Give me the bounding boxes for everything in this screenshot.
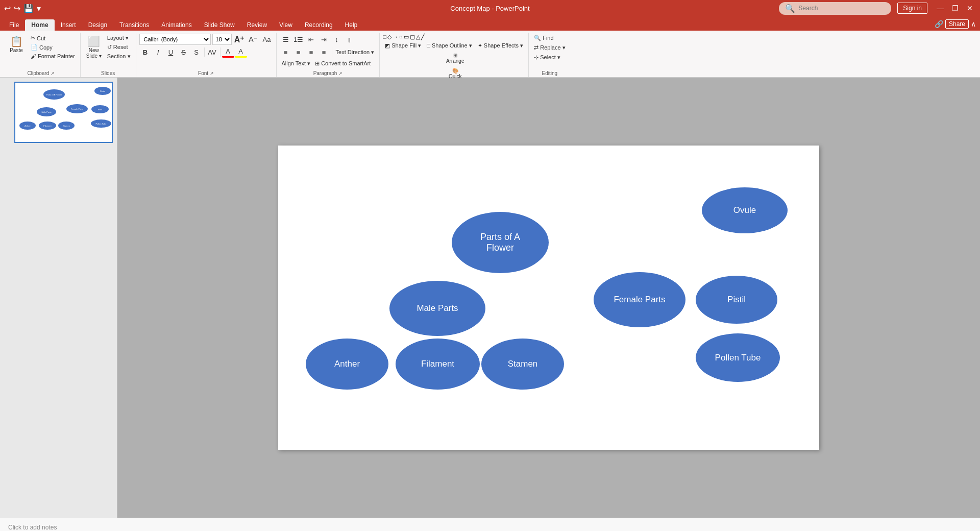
tab-animations[interactable]: Animations — [155, 19, 198, 31]
node-pollen-tube[interactable]: Pollen Tube — [696, 333, 780, 382]
rect-shape[interactable]: ▭ — [404, 34, 409, 40]
undo-icon[interactable]: ↩ — [4, 4, 11, 13]
arrange-button[interactable]: ⊞Arrange — [444, 51, 467, 65]
align-right-button[interactable]: ≡ — [305, 46, 317, 58]
align-text-button[interactable]: Align Text ▾ — [280, 59, 313, 68]
section-button[interactable]: Section ▾ — [105, 52, 133, 61]
thumb-node-ovule: Ovule — [94, 87, 111, 95]
shape-fill-button[interactable]: ◩ Shape Fill ▾ — [383, 41, 423, 50]
window-controls[interactable]: — ❐ ✕ — [934, 4, 976, 12]
node-filament[interactable]: Filament — [396, 339, 480, 390]
maximize-icon[interactable]: ❐ — [949, 4, 962, 12]
bold-button[interactable]: B — [139, 46, 152, 58]
shapes-palette[interactable]: □ ◇ → ○ ▭ ▢ △ ╱ — [383, 34, 424, 40]
share-icon[interactable]: 🔗 — [935, 20, 943, 28]
thumb-node-anther: Anther — [19, 122, 36, 130]
grow-font-button[interactable]: A⁺ — [233, 34, 246, 45]
italic-button[interactable]: I — [152, 46, 164, 58]
tab-home[interactable]: Home — [25, 19, 54, 31]
share-button[interactable]: Share — [945, 19, 969, 29]
text-shadow-button[interactable]: S — [190, 46, 203, 58]
tab-help[interactable]: Help — [339, 19, 364, 31]
thumb-node-filament: Filament — [39, 122, 56, 130]
paste-button[interactable]: 📋 Paste — [5, 34, 28, 55]
strikethrough-button[interactable]: S — [178, 46, 190, 58]
tab-slideshow[interactable]: Slide Show — [198, 19, 241, 31]
layout-button[interactable]: Layout ▾ — [105, 34, 133, 42]
editing-label: Editing — [542, 70, 558, 77]
decrease-indent-button[interactable]: ⇤ — [305, 34, 317, 45]
line-shape[interactable]: ╱ — [421, 34, 425, 40]
text-direction-button[interactable]: Text Direction ▾ — [334, 48, 377, 57]
slide-canvas[interactable]: Parts of AFlower Ovule Male Parts Female… — [278, 146, 819, 450]
triangle-shape[interactable]: △ — [416, 34, 420, 40]
search-input[interactable] — [798, 5, 880, 12]
align-center-button[interactable]: ≡ — [292, 46, 305, 58]
rounded-rect-shape[interactable]: ▢ — [410, 34, 415, 40]
node-parts-of-a-flower[interactable]: Parts of AFlower — [452, 212, 549, 273]
slide-thumb-inner: Parts of A Flower Ovule Male Parts Femal… — [15, 83, 112, 142]
node-ovule[interactable]: Ovule — [702, 187, 788, 233]
node-stamen[interactable]: Stamen — [481, 339, 564, 390]
replace-button[interactable]: ⇄ Replace ▾ — [532, 43, 567, 52]
new-slide-button[interactable]: ⬜ New Slide ▾ — [84, 34, 104, 60]
node-female-parts[interactable]: Female Parts — [594, 272, 685, 327]
select-button[interactable]: ⊹ Select ▾ — [532, 53, 562, 62]
format-painter-button[interactable]: 🖌Format Painter — [29, 52, 77, 60]
window-title: Concept Map - PowerPoint — [450, 5, 529, 12]
tab-recording[interactable]: Recording — [299, 19, 339, 31]
save-icon[interactable]: 💾 — [23, 4, 34, 13]
title-bar: ↩ ↪ 💾 ▾ Concept Map - PowerPoint 🔍 Sign … — [0, 0, 980, 16]
notes-area[interactable]: Click to add notes — [0, 518, 980, 531]
ribbon-group-editing: 🔍 Find ⇄ Replace ▾ ⊹ Select ▾ Editing — [529, 33, 570, 77]
main-area[interactable]: Parts of AFlower Ovule Male Parts Female… — [117, 78, 980, 518]
numbering-button[interactable]: 1☰ — [292, 34, 305, 45]
font-size-select[interactable]: 18 — [212, 34, 232, 45]
font-family-select[interactable]: Calibri (Body) — [139, 34, 211, 45]
increase-indent-button[interactable]: ⇥ — [318, 34, 330, 45]
align-left-button[interactable]: ≡ — [280, 46, 292, 58]
oval-shape[interactable]: ○ — [399, 34, 403, 40]
shape-outline-button[interactable]: □ Shape Outline ▾ — [425, 41, 474, 50]
tab-view[interactable]: View — [273, 19, 299, 31]
diamond-shape[interactable]: ◇ — [387, 34, 391, 40]
reset-button[interactable]: ↺ Reset — [105, 43, 133, 52]
collapse-ribbon-icon[interactable]: ∧ — [971, 20, 976, 28]
shape-effects-button[interactable]: ✦ Shape Effects ▾ — [476, 41, 525, 50]
arrow-shapes[interactable]: → — [393, 34, 398, 40]
clear-formatting-button[interactable]: Aa — [261, 34, 273, 45]
copy-button[interactable]: 📄Copy — [29, 43, 77, 52]
minimize-icon[interactable]: — — [934, 4, 947, 12]
node-pistil[interactable]: Pistil — [696, 276, 777, 324]
line-spacing-button[interactable]: ↕ — [331, 34, 343, 45]
close-icon[interactable]: ✕ — [964, 4, 976, 12]
font-row1: Calibri (Body) 18 A⁺ A⁻ Aa — [139, 34, 273, 45]
redo-icon[interactable]: ↪ — [14, 4, 20, 13]
drawing-secondary: ◩ Shape Fill ▾ □ Shape Outline ▾ ✦ Shape… — [383, 41, 525, 50]
sign-in-button[interactable]: Sign in — [897, 3, 927, 14]
underline-button[interactable]: U — [165, 46, 177, 58]
tab-design[interactable]: Design — [82, 19, 113, 31]
tab-file[interactable]: File — [3, 19, 25, 31]
quick-access-toolbar[interactable]: ↩ ↪ 💾 ▾ — [4, 4, 41, 13]
columns-button[interactable]: ⫿ — [344, 34, 356, 45]
search-bar[interactable]: 🔍 — [779, 2, 891, 15]
node-anther[interactable]: Anther — [306, 339, 388, 390]
tab-transitions[interactable]: Transitions — [113, 19, 155, 31]
find-button[interactable]: 🔍 Find — [532, 34, 555, 42]
convert-smartart-button[interactable]: ⊞ Convert to SmartArt — [313, 59, 373, 68]
text-box-shape[interactable]: □ — [383, 34, 386, 40]
char-spacing-button[interactable]: AV — [206, 46, 218, 58]
bullets-button[interactable]: ☰ — [280, 34, 292, 45]
font-color-button[interactable]: A — [222, 46, 234, 58]
highlight-color-button[interactable]: A — [235, 46, 247, 58]
slide-thumbnail[interactable]: Parts of A Flower Ovule Male Parts Femal… — [14, 82, 113, 143]
justify-button[interactable]: ≡ — [318, 46, 330, 58]
tab-review[interactable]: Review — [241, 19, 273, 31]
node-male-parts[interactable]: Male Parts — [389, 281, 485, 336]
customize-icon[interactable]: ▾ — [37, 4, 41, 13]
shrink-font-button[interactable]: A⁻ — [247, 34, 259, 45]
tab-insert[interactable]: Insert — [55, 19, 82, 31]
clipboard-controls: 📋 Paste ✂Cut 📄Copy 🖌Format Painter — [5, 33, 77, 70]
cut-button[interactable]: ✂Cut — [29, 34, 77, 42]
